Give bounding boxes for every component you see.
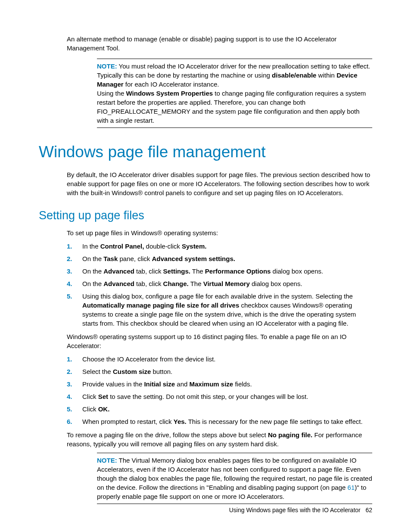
heading-setting-up-page-files: Setting up page files [39, 208, 372, 224]
step-bold: Initial size [144, 380, 175, 388]
intro-paragraph: An alternate method to manage (enable or… [67, 34, 372, 53]
remove-text: To remove a paging file on the drive, fo… [67, 431, 268, 439]
page-link-61[interactable]: 61 [348, 484, 355, 491]
step-bold: Automatically manage paging file size fo… [82, 302, 239, 309]
step-bold: Yes. [174, 418, 187, 425]
step-text: When prompted to restart, click [82, 418, 174, 425]
step-text: The [189, 280, 203, 287]
note1-text2: within [316, 72, 336, 79]
heading-windows-page-file-management: Windows page file management [39, 141, 372, 163]
note1-p2b: Windows System Properties [126, 90, 213, 97]
remove-bold: No paging file. [268, 431, 312, 439]
step-text: Choose the IO Accelerator from the devic… [82, 355, 215, 363]
list-item: On the Advanced tab, click Settings. The… [67, 267, 372, 276]
step-text: tab, click [134, 280, 163, 287]
step-text: On the [82, 255, 103, 262]
step-text: tab, click [134, 268, 163, 275]
steps-list-b: Choose the IO Accelerator from the devic… [67, 355, 372, 426]
step-text: dialog box opens. [271, 268, 323, 275]
step-bold: Task [103, 255, 118, 262]
list-item: Click Set to save the setting. Do not om… [67, 392, 372, 401]
step-bold: Custom size [113, 368, 151, 375]
step-bold: System. [182, 243, 207, 250]
step-text: Using this dialog box, configure a page … [82, 292, 353, 300]
list-item: Provide values in the Initial size and M… [67, 380, 372, 389]
note1-p2a: Using the [97, 90, 126, 97]
note1-bold1: disable/enable [272, 72, 316, 79]
step-text: to save the setting. Do not omit this st… [108, 393, 308, 400]
step-text: pane, click [118, 255, 152, 262]
step-text: On the [82, 280, 103, 287]
note-box-1: NOTE: You must reload the IO Accelerator… [97, 59, 372, 128]
step-text: Click [82, 393, 98, 400]
h2-intro-paragraph: To set up page files in Windows® operati… [67, 228, 372, 237]
step-bold: Performance Options [205, 268, 271, 275]
step-bold: OK. [98, 405, 110, 413]
step-text: fields. [233, 380, 252, 388]
list-item: Choose the IO Accelerator from the devic… [67, 355, 372, 364]
step-text: double-click [144, 243, 182, 250]
list-item: On the Task pane, click Advanced system … [67, 254, 372, 263]
step-bold: Settings. [163, 268, 190, 275]
note2-text-a: The Virtual Memory dialog box enables pa… [97, 457, 372, 491]
step-bold: Control Panel, [100, 243, 144, 250]
footer-page-number: 62 [365, 507, 372, 513]
step-bold: Change. [163, 280, 189, 287]
remove-paragraph: To remove a paging file on the drive, fo… [67, 430, 372, 448]
steps-list-a: In the Control Panel, double-click Syste… [67, 242, 372, 328]
step-text: and [175, 380, 189, 388]
step-text: Click [82, 405, 98, 413]
mid-paragraph: Windows® operating systems support up to… [67, 332, 372, 350]
step-bold: Advanced system settings. [152, 255, 235, 262]
step-text: This is necessary for the new page file … [187, 418, 363, 425]
step-text: The [190, 268, 205, 275]
step-text: Provide values in the [82, 380, 144, 388]
page-footer: Using Windows page files with the IO Acc… [229, 506, 372, 515]
step-text: On the [82, 268, 103, 275]
list-item: Click OK. [67, 404, 372, 414]
step-text: button. [151, 368, 172, 375]
h1-body-paragraph: By default, the IO Accelerator driver di… [67, 170, 372, 197]
note-box-2: NOTE: The Virtual Memory dialog box enab… [97, 453, 372, 504]
note-label: NOTE: [97, 62, 117, 70]
step-text: In the [82, 243, 100, 250]
list-item: On the Advanced tab, click Change. The V… [67, 279, 372, 288]
footer-text: Using Windows page files with the IO Acc… [229, 507, 361, 513]
step-bold: Set [98, 393, 108, 400]
step-bold: Virtual Memory [203, 280, 250, 287]
list-item: In the Control Panel, double-click Syste… [67, 242, 372, 251]
note1-text3: for each IO Accelerator instance. [124, 81, 219, 88]
step-bold: Advanced [103, 268, 134, 275]
step-text: Select the [82, 368, 113, 375]
list-item: When prompted to restart, click Yes. Thi… [67, 417, 372, 426]
step-bold: Advanced [103, 280, 134, 287]
list-item: Using this dialog box, configure a page … [67, 292, 372, 328]
list-item: Select the Custom size button. [67, 367, 372, 376]
note-label: NOTE: [97, 457, 117, 464]
step-text: dialog box opens. [250, 280, 302, 287]
step-bold: Maximum size [190, 380, 234, 388]
